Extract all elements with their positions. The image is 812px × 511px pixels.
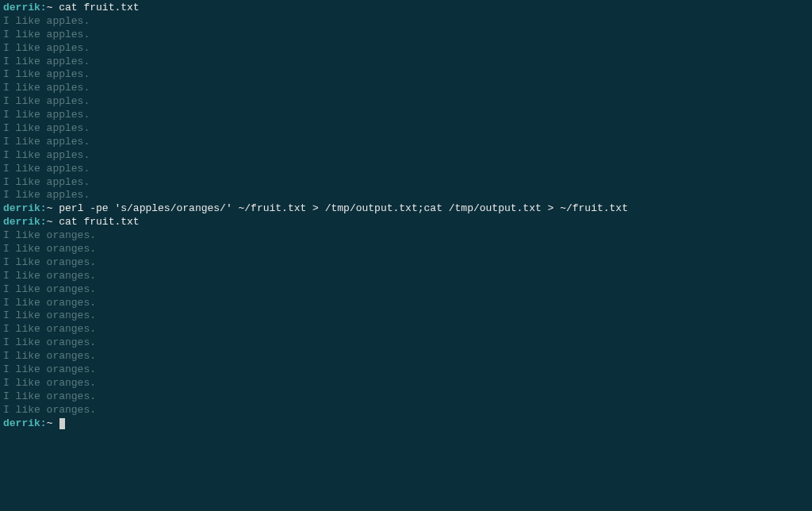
terminal-output[interactable]: derrik:~ cat fruit.txtI like apples.I li… <box>3 2 809 431</box>
prompt-user: derrik <box>3 202 40 214</box>
prompt-user: derrik <box>3 417 40 429</box>
output-line: I like oranges. <box>3 256 809 270</box>
output-line: I like apples. <box>3 29 809 42</box>
output-line: I like apples. <box>3 56 809 69</box>
prompt-user: derrik <box>3 2 40 13</box>
prompt-symbol <box>52 417 59 429</box>
output-line: I like oranges. <box>3 243 809 256</box>
output-line: I like apples. <box>3 189 809 202</box>
output-line: I like apples. <box>3 149 809 163</box>
output-line: I like apples. <box>3 68 809 82</box>
output-line: I like oranges. <box>3 377 809 390</box>
command-text: cat fruit.txt <box>59 216 139 228</box>
prompt-separator: : <box>40 216 47 228</box>
command-line: derrik:~ cat fruit.txt <box>3 2 809 15</box>
output-line: I like oranges. <box>3 229 809 243</box>
command-line: derrik:~ perl -pe 's/apples/oranges/' ~/… <box>3 202 809 216</box>
output-line: I like apples. <box>3 15 809 29</box>
output-line: I like oranges. <box>3 404 809 417</box>
output-line: I like oranges. <box>3 350 809 363</box>
output-line: I like oranges. <box>3 270 809 283</box>
prompt-separator: : <box>40 417 47 429</box>
output-line: I like apples. <box>3 176 809 190</box>
output-line: I like apples. <box>3 163 809 176</box>
output-line: I like oranges. <box>3 363 809 377</box>
output-line: I like oranges. <box>3 297 809 310</box>
cursor-icon <box>59 418 65 429</box>
current-prompt-line[interactable]: derrik:~ <box>3 417 809 431</box>
output-line: I like oranges. <box>3 323 809 336</box>
command-line: derrik:~ cat fruit.txt <box>3 216 809 229</box>
output-line: I like apples. <box>3 109 809 122</box>
output-line: I like oranges. <box>3 390 809 404</box>
command-text: cat fruit.txt <box>59 2 139 13</box>
output-line: I like apples. <box>3 122 809 136</box>
output-line: I like apples. <box>3 95 809 109</box>
prompt-user: derrik <box>3 216 40 228</box>
output-line: I like apples. <box>3 42 809 56</box>
output-line: I like oranges. <box>3 283 809 297</box>
command-text: perl -pe 's/apples/oranges/' ~/fruit.txt… <box>59 202 628 214</box>
output-line: I like oranges. <box>3 309 809 323</box>
output-line: I like apples. <box>3 136 809 149</box>
output-line: I like oranges. <box>3 336 809 350</box>
output-line: I like apples. <box>3 82 809 95</box>
prompt-separator: : <box>40 2 47 13</box>
prompt-separator: : <box>40 202 47 214</box>
